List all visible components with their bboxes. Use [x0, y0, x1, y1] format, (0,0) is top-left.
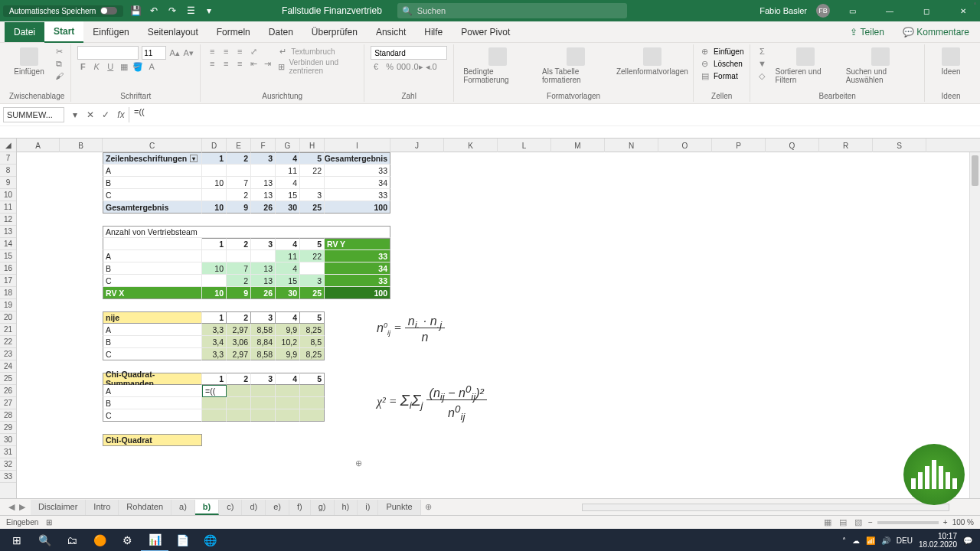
row-header-31[interactable]: 31 [0, 446, 16, 458]
zoom-level[interactable]: 100 % [952, 518, 974, 527]
currency-icon[interactable]: € [371, 61, 381, 72]
share-button[interactable]: ⇪ Teilen [844, 24, 890, 41]
cell-F18[interactable]: 26 [251, 287, 276, 299]
col-header-D[interactable]: D [202, 139, 227, 152]
col-header-I[interactable]: I [325, 139, 390, 152]
cell-G23[interactable]: 9,9 [276, 348, 300, 360]
cell-H10[interactable]: 3 [300, 189, 325, 201]
cell-E15[interactable] [227, 250, 251, 262]
cell-C10[interactable]: C [103, 189, 202, 201]
sheet-nav-prev-icon[interactable]: ◀ [6, 502, 17, 513]
ideas-button[interactable]: Ideen [931, 46, 971, 77]
save-icon[interactable]: 💾 [129, 5, 142, 17]
cell-D8[interactable] [202, 165, 227, 177]
cell-F21[interactable]: 8,58 [251, 324, 276, 336]
cell-E21[interactable]: 2,97 [227, 324, 251, 336]
border-icon[interactable]: ▦ [119, 61, 129, 72]
formula-input[interactable]: =(( [129, 107, 980, 122]
cell-C7[interactable]: Zeilenbeschriftungen▾ [103, 152, 202, 165]
col-header-K[interactable]: K [444, 139, 498, 152]
cell-D23[interactable]: 3,3 [202, 348, 227, 360]
sheet-tab-Disclaimer[interactable]: Disclaimer [31, 500, 86, 515]
cell-G18[interactable]: 30 [276, 287, 300, 299]
cell-G9[interactable]: 4 [276, 177, 300, 189]
cell-E27[interactable] [227, 397, 251, 409]
cell-E9[interactable]: 7 [227, 177, 251, 189]
row-header-20[interactable]: 20 [0, 311, 16, 324]
merge-button[interactable]: ⊞Verbinden und zentrieren [277, 58, 358, 75]
col-header-N[interactable]: N [605, 139, 658, 152]
cell-F23[interactable]: 8,58 [251, 348, 276, 360]
cell-H14[interactable]: 5 [300, 238, 325, 250]
cell-I7[interactable]: Gesamtergebnis [325, 152, 390, 165]
select-all-corner[interactable]: ◢ [0, 139, 16, 152]
cell-H21[interactable]: 8,25 [300, 324, 325, 336]
cell-F9[interactable]: 13 [251, 177, 276, 189]
cell-F10[interactable]: 13 [251, 189, 276, 201]
ribbon-display-icon[interactable]: ▭ [839, 0, 867, 21]
row-header-23[interactable]: 23 [0, 348, 16, 360]
cell-I10[interactable]: 33 [325, 189, 390, 201]
tab-powerpivot[interactable]: Power Pivot [452, 22, 519, 42]
autosum-icon[interactable]: Σ [756, 46, 767, 57]
cell-E7[interactable]: 2 [227, 152, 251, 165]
cell-H26[interactable] [300, 385, 325, 397]
collapse-ribbon-icon[interactable]: ˄ [973, 2, 977, 10]
cell-G8[interactable]: 11 [276, 165, 300, 177]
cell-G10[interactable]: 15 [276, 189, 300, 201]
sheet-tab-h)[interactable]: h) [335, 500, 358, 515]
decrease-font-icon[interactable]: A▾ [183, 47, 194, 58]
col-header-Q[interactable]: Q [766, 139, 819, 152]
zoom-out-icon[interactable]: − [868, 518, 873, 527]
cell-F11[interactable]: 26 [251, 201, 276, 214]
wrap-text-button[interactable]: ↵Textumbruch [277, 46, 358, 57]
clear-icon[interactable]: ◇ [756, 70, 767, 81]
row-header-32[interactable]: 32 [0, 458, 16, 471]
tray-sound-icon[interactable]: 🔊 [881, 536, 890, 545]
tray-cloud-icon[interactable]: ☁ [852, 536, 860, 545]
cell-D18[interactable]: 10 [202, 287, 227, 299]
cell-G27[interactable] [276, 397, 300, 409]
cell-E26[interactable] [227, 385, 251, 397]
cell-I8[interactable]: 33 [325, 165, 390, 177]
comments-button[interactable]: 💬 Kommentare [897, 24, 975, 41]
delete-cells-button[interactable]: ⊖Löschen [700, 58, 743, 69]
col-header-E[interactable]: E [227, 139, 251, 152]
formula-expand-bar[interactable] [0, 126, 980, 138]
cell-I17[interactable]: 33 [325, 275, 390, 287]
cell-C25[interactable]: Chi-Quadrat-Summanden [103, 373, 202, 385]
sheet-tab-i)[interactable]: i) [358, 500, 378, 515]
col-header-B[interactable]: B [60, 139, 103, 152]
align-center-icon[interactable]: ≡ [220, 58, 231, 69]
cell-I16[interactable]: 34 [325, 262, 390, 275]
cell-H16[interactable] [300, 262, 325, 275]
tab-ansicht[interactable]: Ansicht [367, 22, 415, 42]
sheet-tab-Punkte[interactable]: Punkte [378, 500, 420, 515]
cell-E17[interactable]: 2 [227, 275, 251, 287]
name-box[interactable]: SUMMEW... [3, 107, 64, 122]
format-painter-icon[interactable]: 🖌 [54, 70, 64, 81]
cell-H11[interactable]: 25 [300, 201, 325, 214]
cell-G26[interactable] [276, 385, 300, 397]
cell-F27[interactable] [251, 397, 276, 409]
cell-D21[interactable]: 3,3 [202, 324, 227, 336]
tab-formeln[interactable]: Formeln [207, 22, 260, 42]
copy-icon[interactable]: ⧉ [54, 58, 64, 69]
sheet-tab-b)[interactable]: b) [195, 500, 219, 515]
row-header-14[interactable]: 14 [0, 238, 16, 250]
col-header-R[interactable]: R [819, 139, 873, 152]
cell-C15[interactable]: A [103, 250, 202, 262]
horizontal-scrollbar[interactable] [582, 504, 949, 511]
cell-F25[interactable]: 3 [251, 373, 276, 385]
row-header-22[interactable]: 22 [0, 336, 16, 348]
cell-G21[interactable]: 9,9 [276, 324, 300, 336]
cell-C22[interactable]: B [103, 336, 202, 348]
cell-H25[interactable]: 5 [300, 373, 325, 385]
dec-inc-icon[interactable]: .0▸ [412, 61, 423, 72]
cell-F17[interactable]: 13 [251, 275, 276, 287]
cell-E20[interactable]: 2 [227, 311, 251, 324]
user-name[interactable]: Fabio Basler [760, 6, 807, 15]
search-box[interactable]: 🔍 Suchen [397, 3, 627, 18]
col-header-L[interactable]: L [498, 139, 551, 152]
undo-icon[interactable]: ↶ [148, 5, 160, 17]
